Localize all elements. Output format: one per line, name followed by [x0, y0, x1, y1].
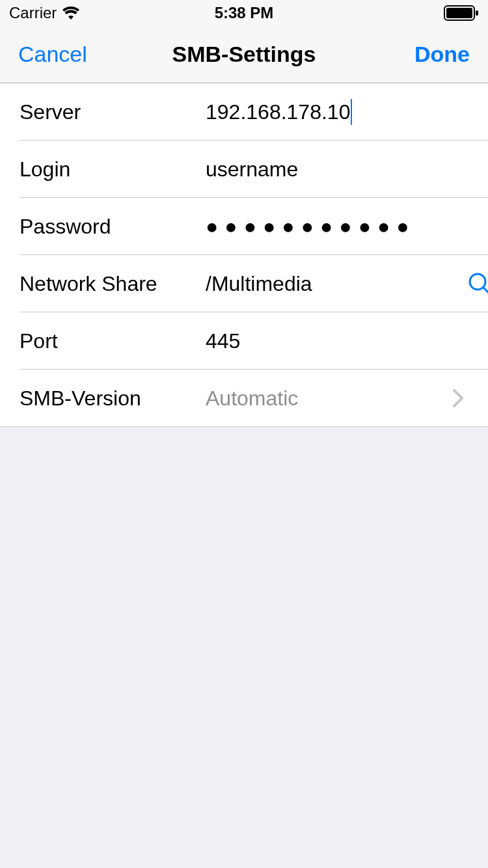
password-row[interactable]: Password ●●●●●●●●●●● — [0, 198, 488, 255]
nav-bar: Cancel SMB-Settings Done — [0, 26, 488, 83]
battery-icon — [444, 5, 479, 21]
cancel-button[interactable]: Cancel — [18, 42, 87, 67]
search-icon[interactable] — [467, 268, 488, 299]
svg-rect-1 — [446, 8, 472, 18]
status-bar: Carrier 5:38 PM — [0, 0, 488, 26]
nav-title: SMB-Settings — [172, 42, 316, 67]
svg-rect-2 — [476, 10, 478, 16]
server-label: Server — [20, 100, 206, 124]
svg-line-4 — [483, 288, 488, 294]
server-row[interactable]: Server 192.168.178.10 — [0, 83, 488, 141]
server-value: 192.168.178.10 — [206, 100, 350, 124]
login-row[interactable]: Login — [0, 141, 488, 198]
login-input[interactable] — [206, 157, 468, 182]
text-cursor — [351, 99, 352, 125]
network-share-label: Network Share — [20, 272, 206, 296]
smb-version-label: SMB-Version — [20, 387, 206, 411]
network-share-row[interactable]: Network Share — [0, 255, 488, 312]
password-label: Password — [20, 215, 206, 239]
port-input[interactable] — [206, 329, 468, 353]
status-time: 5:38 PM — [215, 4, 274, 22]
port-row[interactable]: Port — [0, 312, 488, 370]
chevron-right-icon — [450, 390, 466, 406]
status-left: Carrier — [9, 4, 80, 22]
smb-version-row[interactable]: SMB-Version Automatic — [0, 370, 488, 427]
done-button[interactable]: Done — [414, 42, 470, 67]
network-share-input[interactable] — [206, 272, 467, 296]
port-label: Port — [20, 329, 206, 353]
carrier-label: Carrier — [9, 4, 57, 22]
wifi-icon — [62, 7, 80, 20]
server-input[interactable]: 192.168.178.10 — [206, 99, 468, 125]
password-input[interactable]: ●●●●●●●●●●● — [206, 215, 416, 239]
smb-version-value: Automatic — [206, 387, 450, 411]
status-right — [444, 5, 479, 21]
login-label: Login — [20, 157, 206, 182]
form-section: Server 192.168.178.10 Login Password ●●●… — [0, 83, 488, 427]
